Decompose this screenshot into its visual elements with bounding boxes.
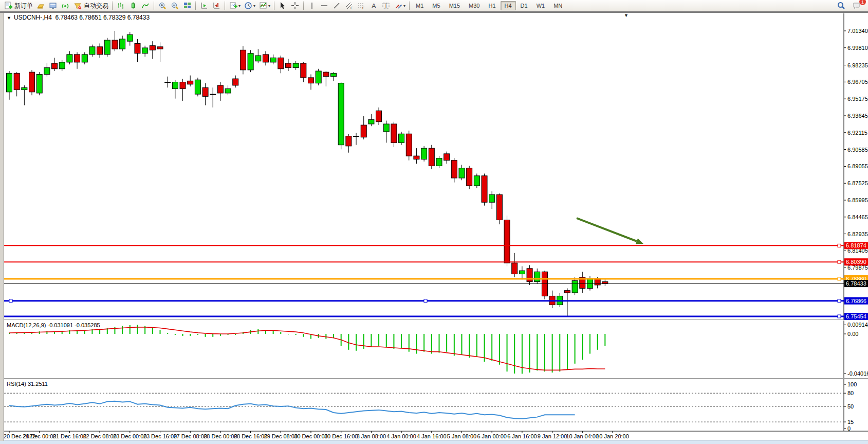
macd-values: -0.031091 -0.035285 (47, 322, 100, 328)
tile-windows-button[interactable] (181, 1, 193, 11)
svg-text:6.78433: 6.78433 (846, 280, 866, 287)
crosshair-tool-button[interactable] (289, 1, 301, 11)
indicators-button[interactable]: ▾ (257, 1, 272, 11)
new-order-icon (4, 1, 13, 10)
timeframe-H1[interactable]: H1 (484, 1, 500, 10)
svg-text:100: 100 (847, 381, 857, 387)
tile-windows-icon (182, 1, 192, 10)
vertical-line-tool-button[interactable] (306, 1, 318, 11)
toolbar-separator (225, 2, 225, 10)
svg-text:6.76866: 6.76866 (846, 298, 866, 304)
toolbar-separator (195, 2, 196, 10)
terminal-button[interactable] (47, 1, 59, 11)
fibonacci-icon: F (357, 1, 366, 10)
svg-text:3 Jan 08:00: 3 Jan 08:00 (357, 433, 386, 439)
cursor-tool-button[interactable] (276, 1, 289, 11)
line-chart-icon (141, 1, 150, 10)
gold-bar-icon (36, 1, 45, 10)
market-watch-button[interactable] (34, 1, 47, 11)
auto-scroll-icon (199, 1, 209, 10)
periods-button[interactable]: ▾ (242, 1, 257, 11)
svg-text:7.01340: 7.01340 (847, 28, 868, 34)
macd-indicator-label: MACD(12,26,9) -0.031091 -0.035285 (7, 322, 100, 328)
svg-text:E: E (350, 6, 353, 10)
signal-icon (61, 1, 70, 10)
window-top-edge (0, 11, 868, 13)
new-order-button[interactable]: 新订单 (2, 1, 34, 11)
timeframe-D1[interactable]: D1 (516, 1, 532, 10)
dropdown-arrow-icon: ▾ (253, 4, 255, 8)
auto-trading-button[interactable]: 自动交易 (71, 1, 110, 11)
svg-text:21 Dec 16:00: 21 Dec 16:00 (53, 433, 86, 439)
timeframe-MN[interactable]: MN (549, 1, 566, 10)
symbol-period-label: USDCNH-,H4 (14, 14, 52, 21)
svg-text:6.92115: 6.92115 (847, 130, 867, 136)
svg-text:29 Dec 08:00: 29 Dec 08:00 (264, 433, 298, 439)
search-button[interactable] (835, 1, 847, 11)
clock-icon (244, 1, 253, 10)
cursor-icon (278, 1, 287, 10)
timeframe-H4[interactable]: H4 (501, 1, 516, 10)
toolbar-separator (112, 2, 113, 10)
search-icon (837, 1, 846, 10)
svg-text:6.84465: 6.84465 (847, 214, 868, 220)
chart-shift-marker[interactable]: ▼ (624, 13, 629, 18)
symbol-dropdown-icon[interactable]: ▼ (7, 15, 11, 21)
svg-text:6.87525: 6.87525 (847, 180, 868, 186)
line-chart-mode-button[interactable] (139, 1, 152, 11)
auto-scroll-button[interactable] (198, 1, 210, 11)
svg-text:6.90585: 6.90585 (847, 147, 868, 153)
horizontal-line-icon (320, 1, 329, 10)
toolbar-separator (154, 2, 154, 10)
new-order-label: 新订单 (14, 2, 33, 10)
toolbar-separator (409, 2, 410, 10)
zoom-out-button[interactable] (169, 1, 181, 11)
bar-chart-mode-button[interactable] (115, 1, 127, 11)
main-toolbar: 新订单 自动交易 ▾ ▾ ▾ E F A T ▾ M1M5M15M30H1H4D… (0, 0, 868, 11)
text-tool-button[interactable]: A (367, 1, 380, 11)
timeframe-M30[interactable]: M30 (465, 1, 484, 10)
new-chart-button[interactable]: ▾ (227, 1, 242, 11)
svg-text:6 Jan 00:00: 6 Jan 00:00 (477, 433, 507, 439)
candlestick-icon (128, 1, 138, 10)
notification-badge: 1 (859, 0, 866, 5)
text-label-tool-button[interactable]: T (380, 1, 392, 11)
svg-text:6.95175: 6.95175 (847, 96, 868, 102)
equidistant-channel-icon: E (344, 1, 354, 10)
svg-text:6.89055: 6.89055 (847, 163, 868, 169)
crosshair-icon (290, 1, 300, 10)
channel-tool-button[interactable]: E (343, 1, 355, 11)
horizontal-line-tool-button[interactable] (318, 1, 330, 11)
svg-text:30 Dec 00:00: 30 Dec 00:00 (294, 433, 327, 439)
svg-text:22 Dec 08:00: 22 Dec 08:00 (83, 433, 116, 439)
macd-name: MACD(12,26,9) (7, 322, 46, 328)
dropdown-arrow-icon: ▾ (238, 4, 241, 8)
svg-text:6.99810: 6.99810 (847, 45, 868, 51)
svg-text:6.82935: 6.82935 (847, 231, 868, 237)
auto-trading-label: 自动交易 (84, 2, 108, 10)
toolbar-separator (303, 2, 304, 10)
bar-chart-icon (116, 1, 125, 10)
indicators-icon (258, 1, 268, 10)
svg-text:50: 50 (847, 403, 854, 410)
svg-text:15: 15 (847, 419, 854, 425)
chart-shift-button[interactable] (210, 1, 223, 11)
timeframe-M5[interactable]: M5 (428, 1, 444, 10)
svg-text:A: A (372, 2, 376, 10)
svg-text:6.75454: 6.75454 (846, 313, 866, 319)
arrows-tool-button[interactable]: ▾ (392, 1, 407, 11)
svg-text:23 Dec 16:00: 23 Dec 16:00 (143, 433, 177, 439)
trendline-tool-button[interactable] (330, 1, 343, 11)
notifications-button[interactable]: 1 (851, 1, 863, 11)
timeframe-M1[interactable]: M1 (412, 1, 428, 10)
zoom-in-icon (158, 1, 167, 10)
zoom-in-button[interactable] (156, 1, 169, 11)
chart-title: ▼USDCNH-,H4 6.78463 6.78651 6.78329 6.78… (7, 14, 150, 21)
fibonacci-tool-button[interactable]: F (355, 1, 367, 11)
timeframe-M15[interactable]: M15 (445, 1, 464, 10)
candlestick-mode-button[interactable] (127, 1, 139, 11)
chart-canvas[interactable]: 7.013406.998106.982356.967056.951756.936… (0, 0, 868, 444)
signal-button[interactable] (59, 1, 71, 11)
timeframe-W1[interactable]: W1 (532, 1, 549, 10)
svg-text:0.009142: 0.009142 (847, 322, 868, 328)
